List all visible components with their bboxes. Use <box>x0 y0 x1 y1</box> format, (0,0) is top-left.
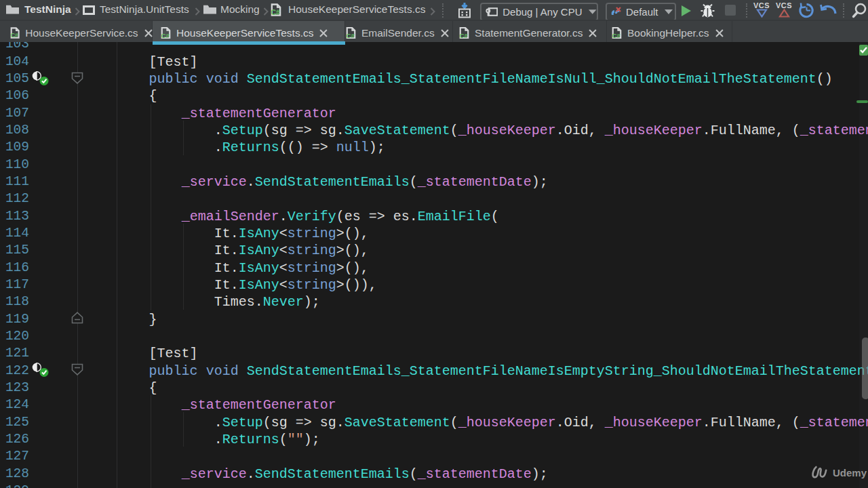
svg-text:C#: C# <box>459 32 468 39</box>
svg-text:C#: C# <box>612 32 620 39</box>
svg-text:C#: C# <box>271 9 279 16</box>
svg-text:C#: C# <box>346 32 355 39</box>
svg-text:C#: C# <box>161 32 170 39</box>
svg-text:C#: C# <box>10 32 18 39</box>
